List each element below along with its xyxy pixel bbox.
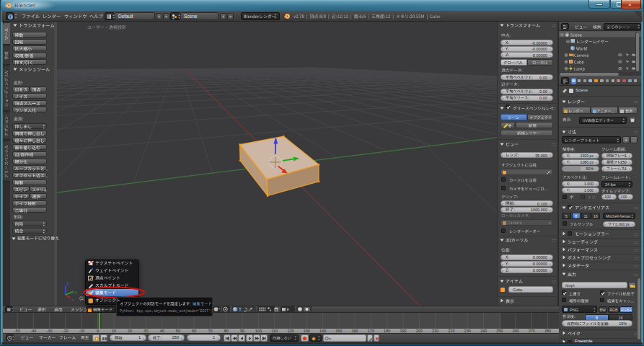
svg-text:y: y (75, 290, 77, 294)
svg-text:x: x (71, 298, 74, 302)
svg-text:z: z (67, 281, 69, 285)
